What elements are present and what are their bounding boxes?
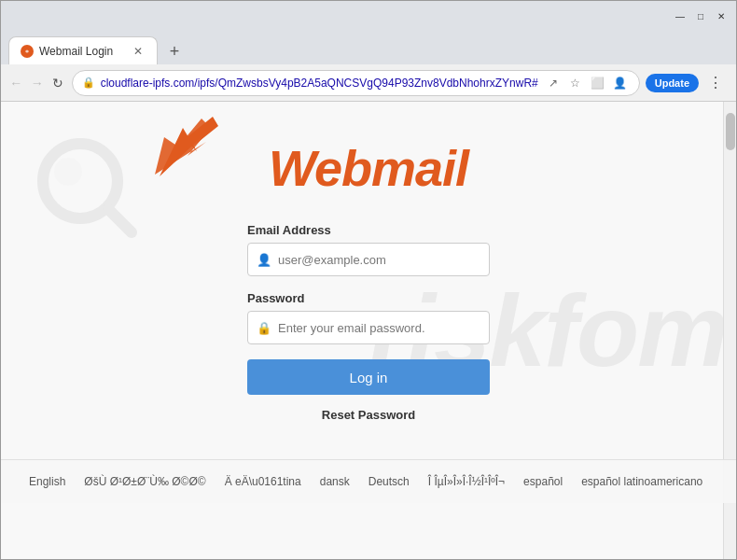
profile-icon[interactable]: 👤 [611, 74, 630, 92]
bookmark-icon[interactable]: ☆ [566, 74, 585, 92]
language-bar: English ØšÙ Ø¹Ø±Ø¨Ù‰ Ø©Ø© Ä eÄ\u0161tina… [1, 459, 736, 503]
lang-greek[interactable]: Î ÎµÎ»Î»Î·Î½Î¹ÎºÎ¬ [428, 475, 505, 488]
email-input[interactable] [247, 243, 490, 276]
address-text: cloudflare-ipfs.com/ipfs/QmZwsbsVy4pB2A5… [101, 77, 538, 90]
active-tab[interactable]: Webmail Login ✕ [8, 36, 158, 64]
refresh-button[interactable]: ↻ [50, 70, 66, 96]
password-input-wrapper: 🔒 [247, 311, 490, 344]
nav-bar: ← → ↻ 🔒 cloudflare-ipfs.com/ipfs/QmZwsbs… [1, 64, 736, 102]
minimize-button[interactable]: — [673, 8, 688, 23]
title-bar: — □ ✕ [1, 1, 736, 31]
tab-close-button[interactable]: ✕ [131, 44, 146, 59]
login-area: Webmail Email Address 👤 Password 🔒 Log i… [1, 102, 736, 441]
window-controls: — □ ✕ [673, 8, 729, 23]
webmail-logo: Webmail [269, 139, 468, 197]
extension-icon[interactable]: ⬜ [589, 74, 607, 92]
login-button[interactable]: Log in [247, 359, 490, 395]
password-input[interactable] [247, 311, 490, 344]
lang-arabic[interactable]: ØšÙ Ø¹Ø±Ø¨Ù‰ Ø©Ø© [84, 475, 205, 488]
tab-favicon [21, 45, 34, 58]
new-tab-button[interactable]: + [161, 38, 188, 64]
browser-menu-button[interactable]: ⋮ [702, 70, 729, 96]
toolbar-right: Update ⋮ [646, 70, 729, 96]
email-label: Email Address [247, 223, 490, 237]
password-label: Password [247, 291, 490, 305]
lang-danish[interactable]: dansk [320, 475, 350, 488]
restore-button[interactable]: □ [693, 8, 708, 23]
share-icon[interactable]: ↗ [544, 74, 563, 92]
close-button[interactable]: ✕ [714, 8, 729, 23]
address-bar[interactable]: 🔒 cloudflare-ipfs.com/ipfs/QmZwsbsVy4pB2… [72, 70, 640, 96]
tab-label: Webmail Login [39, 45, 125, 58]
lock-field-icon: 🔒 [257, 321, 271, 335]
lang-german[interactable]: Deutsch [368, 475, 410, 488]
email-input-wrapper: 👤 [247, 243, 490, 276]
lang-spanish-latin[interactable]: español latinoamericano [581, 475, 702, 488]
tab-bar: Webmail Login ✕ + [1, 31, 736, 64]
lang-english[interactable]: English [29, 475, 65, 488]
back-button[interactable]: ← [8, 70, 24, 96]
address-bar-actions: ↗ ☆ ⬜ 👤 [544, 74, 630, 92]
update-button[interactable]: Update [646, 74, 699, 92]
login-form: Email Address 👤 Password 🔒 Log in Reset … [247, 223, 490, 422]
lang-spanish[interactable]: español [523, 475, 563, 488]
browser-frame: — □ ✕ Webmail Login ✕ + ← → ↻ 🔒 cloudfla… [0, 0, 737, 560]
lock-icon: 🔒 [82, 77, 95, 89]
page-content: riskfom Webmail Email Address 👤 [1, 102, 736, 559]
person-icon: 👤 [257, 253, 271, 267]
reset-password-link[interactable]: Reset Password [247, 408, 490, 422]
lang-czech[interactable]: Ä eÄ\u0161tina [225, 475, 301, 488]
forward-button[interactable]: → [30, 70, 46, 96]
